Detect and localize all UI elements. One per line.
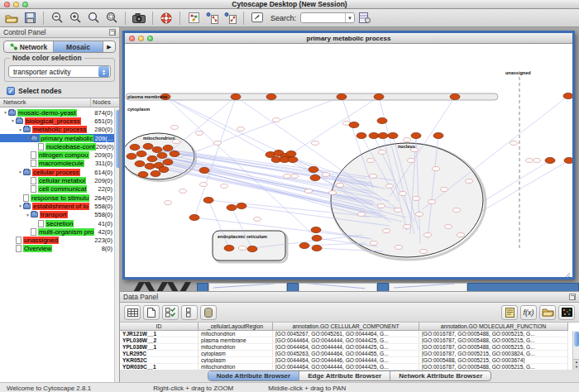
network-node[interactable] <box>433 132 443 138</box>
network-node[interactable] <box>231 93 241 99</box>
tree-column-nodes[interactable]: Nodes <box>91 98 119 107</box>
network-node-small[interactable] <box>420 250 428 254</box>
network-node-small[interactable] <box>441 188 448 192</box>
network-node-small[interactable] <box>408 159 415 163</box>
network-node[interactable] <box>157 152 167 158</box>
network-node[interactable] <box>309 166 318 172</box>
zoom-selected-region-icon[interactable] <box>103 11 120 26</box>
network-node-small[interactable] <box>200 183 208 187</box>
network-node[interactable] <box>411 132 421 138</box>
background-window-fragment[interactable] <box>377 283 389 291</box>
tree-column-network[interactable]: Network <box>0 98 91 107</box>
tree-row-nitrogen-compou[interactable]: nitrogen compou209(0) <box>0 151 114 159</box>
select-attributes-icon[interactable] <box>181 305 198 320</box>
tab-network-attribute-browser[interactable]: Network Attribute Browser <box>390 371 490 380</box>
network-node-small[interactable] <box>526 159 534 163</box>
network-node-small[interactable] <box>179 189 187 194</box>
annotation-icon[interactable] <box>249 11 266 26</box>
float-panel-icon[interactable] <box>109 29 116 36</box>
tab-mosaic[interactable]: Mosaic <box>54 41 103 52</box>
tree-row-cellular-metabol[interactable]: cellular metabol209(0) <box>0 176 114 184</box>
tree-row-nucleobase-cont[interactable]: nucleobase-cont209(0) <box>0 142 114 151</box>
network-edge[interactable] <box>484 160 550 201</box>
network-node-small[interactable] <box>400 192 407 196</box>
table-column-header[interactable]: annotation.GO MOLECULAR_FUNCTION <box>419 323 568 331</box>
network-node[interactable] <box>545 157 555 163</box>
expand-triangle-icon[interactable]: ▼ <box>25 136 31 141</box>
network-node-small[interactable] <box>171 126 179 130</box>
network-node[interactable] <box>349 122 359 127</box>
network-view-window[interactable]: primary metabolic process plasma membran… <box>122 31 575 280</box>
network-node[interactable] <box>152 146 162 152</box>
network-node-small[interactable] <box>416 213 423 217</box>
network-node-small[interactable] <box>371 241 378 246</box>
view-settings-icon[interactable] <box>185 11 202 26</box>
table-row[interactable]: YPL036W__2plasma membrane[GO:0044464, GO… <box>120 337 579 344</box>
tab-overflow-button[interactable]: ▶ <box>103 41 115 52</box>
tree-row-establishment-of-lo[interactable]: ▼establishment of lo558(0) <box>0 202 114 210</box>
network-node-small[interactable] <box>424 233 432 237</box>
attribute-table-icon[interactable] <box>124 305 141 320</box>
network-node[interactable] <box>310 174 320 180</box>
tree-scrollbar[interactable] <box>114 108 119 382</box>
tree-row-macromolecule[interactable]: macromolecule311(0) <box>0 160 114 168</box>
formula-fx-icon[interactable]: f(x) <box>520 305 537 320</box>
network-edge[interactable] <box>291 97 379 154</box>
network-canvas[interactable]: plasma membranecytoplasmmitochondrionnuc… <box>125 44 572 277</box>
expand-triangle-icon[interactable]: ▼ <box>2 110 8 115</box>
network-node[interactable] <box>563 93 572 98</box>
network-node-small[interactable] <box>239 246 246 251</box>
tree-row-biological-process[interactable]: ▼biological_process651(0) <box>0 117 114 125</box>
apply-layout-1-icon[interactable] <box>203 11 220 26</box>
table-scrollbar[interactable]: ▲▼ <box>572 331 579 370</box>
node-color-dropdown[interactable]: transporter activity ▲▼ <box>8 65 111 78</box>
network-node-small[interactable] <box>305 189 313 194</box>
delete-attribute-icon[interactable] <box>200 305 217 320</box>
network-edge[interactable] <box>165 97 381 201</box>
network-node[interactable] <box>564 157 572 163</box>
network-node-small[interactable] <box>386 184 394 189</box>
table-column-header[interactable]: ID <box>120 323 199 331</box>
help-lifering-icon[interactable] <box>158 11 175 26</box>
network-edge[interactable] <box>482 160 569 211</box>
new-attribute-icon[interactable] <box>143 305 160 320</box>
apply-layout-2-icon[interactable] <box>222 11 238 26</box>
zoom-out-icon[interactable] <box>49 11 65 26</box>
network-node[interactable] <box>127 153 136 159</box>
network-node[interactable] <box>143 143 153 149</box>
attribute-matrix-icon[interactable] <box>558 305 575 320</box>
network-node[interactable] <box>224 245 234 251</box>
network-node-small[interactable] <box>291 174 299 179</box>
network-node-small[interactable] <box>383 229 390 233</box>
network-node-small[interactable] <box>254 218 261 222</box>
network-node-small[interactable] <box>312 141 319 146</box>
network-node-small[interactable] <box>453 208 461 213</box>
network-node[interactable] <box>145 163 155 169</box>
network-node-small[interactable] <box>196 131 203 136</box>
network-node-small[interactable] <box>284 174 291 179</box>
network-node[interactable] <box>337 93 347 99</box>
network-node-small[interactable] <box>413 197 420 201</box>
network-node[interactable] <box>356 132 366 138</box>
network-node[interactable] <box>159 166 169 172</box>
network-node[interactable] <box>312 235 322 241</box>
network-node[interactable] <box>163 159 173 165</box>
network-node-small[interactable] <box>214 141 222 146</box>
network-node[interactable] <box>151 170 160 176</box>
network-node-small[interactable] <box>445 225 452 229</box>
network-node[interactable] <box>163 145 173 151</box>
tree-row-mosaic-demo-yeast[interactable]: ▼mosaic-demo-yeast874(0) <box>0 108 114 117</box>
tree-row-response-to-stimulu[interactable]: response to stimulu264(0) <box>0 194 114 202</box>
network-node-small[interactable] <box>428 200 436 204</box>
background-window-fragment[interactable] <box>197 283 208 291</box>
background-window-fragment[interactable] <box>389 283 467 291</box>
tree-row-transport[interactable]: ▼transport558(0) <box>0 211 114 219</box>
network-node-small[interactable] <box>221 184 228 189</box>
snapshot-camera-icon[interactable] <box>131 11 147 26</box>
network-node-small[interactable] <box>379 151 386 155</box>
network-node-small[interactable] <box>237 127 245 131</box>
network-node-small[interactable] <box>395 246 403 250</box>
search-dropdown-icon[interactable]: ▼ <box>345 13 354 22</box>
tree-row-overview[interactable]: Overview8(0) <box>0 245 114 253</box>
tree-row-metabolic-process[interactable]: ▼metabolic process280(0) <box>0 126 114 134</box>
